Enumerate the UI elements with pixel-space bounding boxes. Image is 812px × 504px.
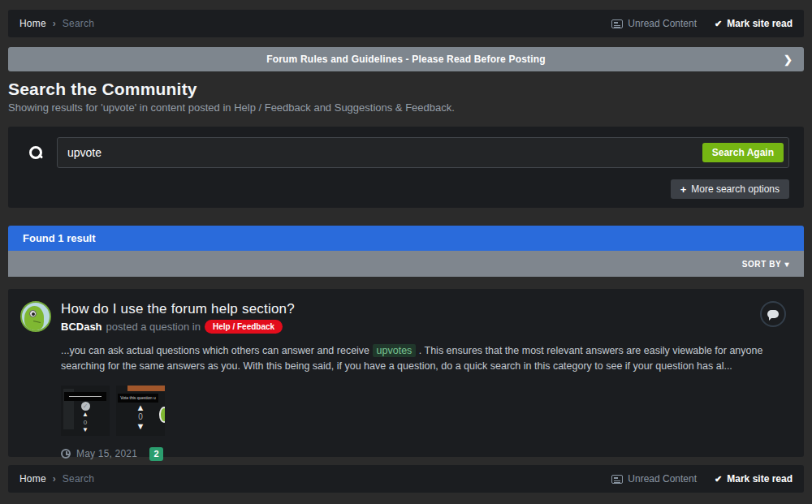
result-snippet: ...you can ask actual questions which ot… bbox=[61, 343, 788, 375]
more-search-options-label: More search options bbox=[691, 183, 780, 195]
breadcrumb-home[interactable]: Home bbox=[19, 18, 46, 29]
footer-mark-site-read-label: Mark site read bbox=[727, 473, 793, 485]
downvote-icon: ▼ bbox=[82, 427, 89, 433]
check-icon: ✔ bbox=[715, 19, 722, 29]
vote-widget: ▲ 0 ▼ bbox=[116, 403, 165, 430]
thumbnail-tooltip bbox=[64, 392, 106, 401]
mark-site-read-label: Mark site read bbox=[727, 18, 793, 29]
thumbnail-tooltip: Vote this question u bbox=[118, 394, 158, 403]
gecko-pupil bbox=[32, 312, 35, 316]
sort-bar: SORT BY ▾ bbox=[8, 251, 804, 277]
newspaper-icon bbox=[611, 475, 623, 484]
unread-content-link[interactable]: Unread Content bbox=[611, 18, 697, 29]
search-again-button[interactable]: Search Again bbox=[702, 143, 784, 162]
bottom-breadcrumb-bar: Home › Search Unread Content ✔ Mark site… bbox=[8, 465, 804, 493]
check-icon: ✔ bbox=[715, 474, 722, 485]
search-icon bbox=[29, 146, 42, 159]
plus-icon: + bbox=[680, 183, 687, 196]
chevron-right-icon: ❯ bbox=[784, 54, 793, 66]
avatar[interactable] bbox=[20, 301, 51, 332]
upvote-icon: ▲ bbox=[136, 403, 145, 411]
breadcrumb: Home › Search bbox=[19, 18, 94, 29]
page: Home › Search Unread Content ✔ Mark site… bbox=[0, 0, 812, 504]
results-count-label: Found 1 result bbox=[23, 232, 96, 244]
caret-down-icon: ▾ bbox=[784, 260, 789, 269]
search-row: Search Again bbox=[23, 137, 789, 168]
search-options-row: + More search options bbox=[23, 179, 789, 199]
forum-rules-banner[interactable]: Forum Rules and Guidelines - Please Read… bbox=[8, 47, 804, 71]
footer-breadcrumb-home[interactable]: Home bbox=[19, 473, 46, 485]
attachment-thumbnail[interactable]: ✓ ▲ 0 ▼ bbox=[61, 386, 110, 436]
page-subtitle: Showing results for 'upvote' in content … bbox=[8, 101, 804, 114]
footer-unread-content-label: Unread Content bbox=[628, 473, 697, 485]
sort-by-label: SORT BY bbox=[742, 260, 782, 269]
search-result-card: How do I use the forum help section? BCD… bbox=[8, 289, 804, 457]
result-title-link[interactable]: How do I use the forum help section? bbox=[61, 301, 788, 317]
mark-site-read-link[interactable]: ✔ Mark site read bbox=[715, 18, 793, 29]
avatar-edge-art bbox=[159, 407, 165, 423]
footer-breadcrumb: Home › Search bbox=[19, 473, 94, 485]
category-badge[interactable]: Help / Feedback bbox=[205, 320, 283, 334]
result-footer: May 15, 2021 2 bbox=[61, 447, 788, 461]
footer-mark-site-read-link[interactable]: ✔ Mark site read bbox=[715, 473, 793, 485]
byline-action-text: posted a question in bbox=[106, 321, 201, 333]
vote-count: 0 bbox=[84, 419, 87, 426]
unread-content-label: Unread Content bbox=[628, 18, 697, 29]
vote-count: 0 bbox=[138, 412, 143, 421]
more-search-options-button[interactable]: + More search options bbox=[671, 179, 789, 199]
reply-count-badge[interactable]: 2 bbox=[149, 447, 163, 461]
breadcrumb-search[interactable]: Search bbox=[63, 18, 94, 29]
result-heading-text: How do I use the forum help section? BCD… bbox=[61, 301, 788, 334]
speech-bubble-icon bbox=[767, 310, 779, 318]
thumbnail-header-bar bbox=[127, 386, 165, 391]
breadcrumb-separator-icon: › bbox=[53, 18, 56, 29]
footer-breadcrumb-separator-icon: › bbox=[53, 473, 56, 485]
top-breadcrumb-bar: Home › Search Unread Content ✔ Mark site… bbox=[8, 10, 804, 37]
check-circle-icon: ✓ bbox=[81, 402, 90, 411]
downvote-icon: ▼ bbox=[136, 422, 145, 430]
result-byline: BCDash posted a question in Help / Feedb… bbox=[61, 320, 788, 334]
vote-widget: ✓ ▲ 0 ▼ bbox=[61, 402, 110, 433]
result-header: How do I use the forum help section? BCD… bbox=[20, 301, 788, 334]
clock-icon bbox=[61, 449, 71, 459]
upvote-icon: ▲ bbox=[82, 411, 89, 418]
forum-rules-banner-label: Forum Rules and Guidelines - Please Read… bbox=[266, 54, 546, 65]
footer-unread-content-link[interactable]: Unread Content bbox=[611, 473, 697, 485]
question-type-indicator bbox=[760, 301, 786, 327]
attachment-thumbnails: ✓ ▲ 0 ▼ Vote this question u ▲ 0 ▼ bbox=[61, 386, 788, 436]
author-link[interactable]: BCDash bbox=[61, 321, 102, 333]
page-header: Search the Community Showing results for… bbox=[8, 80, 804, 114]
bottom-bar-actions: Unread Content ✔ Mark site read bbox=[611, 473, 793, 485]
attachment-thumbnail[interactable]: Vote this question u ▲ 0 ▼ bbox=[116, 386, 165, 436]
highlighted-search-term: upvotes bbox=[373, 344, 417, 357]
search-panel: Search Again + More search options bbox=[8, 127, 804, 208]
result-body: ...you can ask actual questions which ot… bbox=[61, 343, 788, 436]
sort-by-dropdown[interactable]: SORT BY ▾ bbox=[742, 260, 789, 269]
search-input[interactable] bbox=[57, 137, 789, 168]
search-input-wrap: Search Again bbox=[57, 137, 789, 168]
results-count-bar: Found 1 result bbox=[8, 226, 804, 251]
snippet-prefix: ...you can ask actual questions which ot… bbox=[61, 345, 373, 356]
result-date: May 15, 2021 bbox=[76, 448, 137, 459]
footer-breadcrumb-search[interactable]: Search bbox=[63, 473, 94, 485]
top-bar-actions: Unread Content ✔ Mark site read bbox=[611, 18, 793, 29]
newspaper-icon bbox=[611, 19, 623, 28]
page-title: Search the Community bbox=[8, 80, 804, 99]
